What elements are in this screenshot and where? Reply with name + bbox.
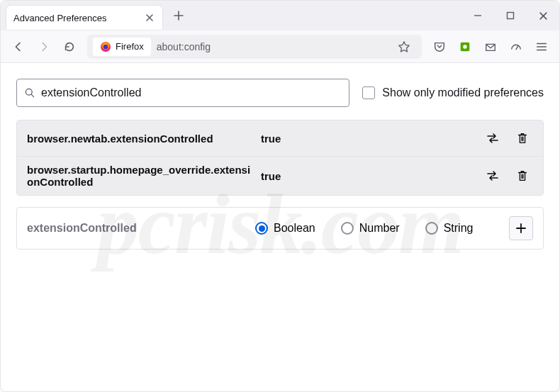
bookmark-star-icon[interactable] xyxy=(392,35,416,59)
type-radio-number[interactable]: Number xyxy=(341,222,400,235)
type-radio-boolean[interactable]: Boolean xyxy=(255,222,315,235)
svg-point-4 xyxy=(463,45,466,48)
svg-rect-0 xyxy=(508,13,514,19)
search-icon xyxy=(24,87,35,99)
delete-button[interactable] xyxy=(512,165,533,186)
radio-label: Boolean xyxy=(274,222,315,235)
radio-icon xyxy=(255,222,268,235)
url-bar[interactable]: Firefox about:config xyxy=(87,35,422,59)
pref-value: true xyxy=(261,133,475,145)
dashboard-icon[interactable] xyxy=(504,35,528,59)
browser-tab[interactable]: Advanced Preferences xyxy=(6,6,162,30)
tab-title: Advanced Preferences xyxy=(13,13,107,23)
svg-point-2 xyxy=(103,44,108,48)
hamburger-menu-icon[interactable] xyxy=(530,35,554,59)
reload-button[interactable] xyxy=(57,35,82,59)
checkbox-icon xyxy=(362,86,375,99)
show-only-modified-checkbox[interactable]: Show only modified preferences xyxy=(362,86,544,99)
extension-icon[interactable] xyxy=(453,35,477,59)
window-close-button[interactable] xyxy=(527,1,559,30)
type-radio-string[interactable]: String xyxy=(425,222,474,235)
window-maximize-button[interactable] xyxy=(494,1,527,30)
pref-value: true xyxy=(261,170,475,182)
pref-row[interactable]: browser.newtab.extensionControlled true xyxy=(17,121,543,157)
radio-label: String xyxy=(444,222,474,235)
show-only-modified-label: Show only modified preferences xyxy=(382,86,544,99)
toggle-button[interactable] xyxy=(482,165,503,186)
inbox-icon[interactable] xyxy=(478,35,503,59)
pref-search-input[interactable] xyxy=(41,86,342,99)
radio-icon xyxy=(425,222,438,235)
new-pref-row: extensionControlled Boolean Number Strin… xyxy=(16,207,544,250)
toggle-button[interactable] xyxy=(482,128,503,149)
new-tab-button[interactable] xyxy=(168,5,189,26)
close-tab-icon[interactable] xyxy=(144,12,155,23)
pref-search-box[interactable] xyxy=(16,79,349,107)
radio-label: Number xyxy=(359,222,400,235)
svg-point-5 xyxy=(26,89,32,95)
pref-name: browser.startup.homepage_override.extens… xyxy=(27,164,254,188)
add-pref-button[interactable] xyxy=(509,216,533,240)
url-text: about:config xyxy=(157,41,386,52)
back-button[interactable] xyxy=(6,35,30,59)
identity-box[interactable]: Firefox xyxy=(93,38,151,56)
pref-name: browser.newtab.extensionControlled xyxy=(27,133,254,145)
forward-button[interactable] xyxy=(32,35,56,59)
new-pref-name: extensionControlled xyxy=(27,222,240,235)
pref-table: browser.newtab.extensionControlled true … xyxy=(16,120,544,196)
radio-icon xyxy=(341,222,354,235)
pref-row[interactable]: browser.startup.homepage_override.extens… xyxy=(17,157,543,195)
delete-button[interactable] xyxy=(512,128,533,149)
pocket-icon[interactable] xyxy=(427,35,452,59)
firefox-logo-icon xyxy=(100,41,111,52)
identity-label: Firefox xyxy=(116,41,144,52)
window-minimize-button[interactable] xyxy=(461,1,494,30)
